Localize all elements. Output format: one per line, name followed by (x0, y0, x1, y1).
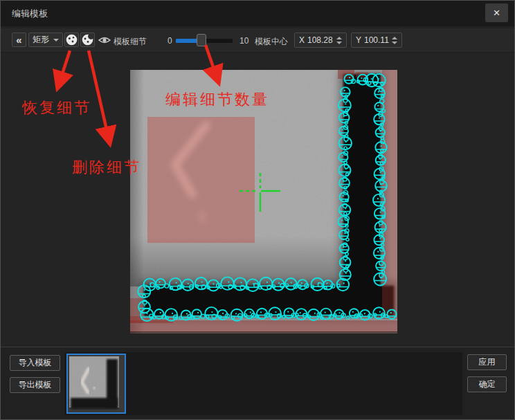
center-x-spinner[interactable]: X 108.28 (294, 33, 347, 48)
restore-detail-icon (65, 33, 78, 46)
chevron-up-icon[interactable] (392, 37, 397, 39)
eye-icon (98, 35, 111, 45)
slider-thumb[interactable] (197, 34, 206, 46)
chevron-down-icon[interactable] (392, 42, 397, 44)
visibility-toggle[interactable] (98, 35, 111, 46)
center-label: 模板中心 (255, 36, 288, 48)
detail-slider[interactable] (176, 38, 233, 44)
toolbar: « 矩形 模 (1, 28, 514, 53)
chevron-down-icon (53, 39, 59, 42)
shape-select-value: 矩形 (33, 34, 49, 46)
delete-detail-button[interactable] (80, 33, 95, 47)
spinner-arrows[interactable] (392, 37, 397, 44)
template-thumbnail-image (68, 355, 125, 412)
collapse-panel-button[interactable]: « (12, 33, 26, 47)
import-template-button[interactable]: 导入模板 (10, 355, 60, 371)
close-icon: × (494, 6, 500, 19)
restore-detail-button[interactable] (64, 33, 79, 47)
dialog-title: 编辑模板 (12, 8, 48, 20)
ok-button[interactable]: 确定 (467, 376, 507, 392)
export-template-button[interactable]: 导出模板 (10, 377, 60, 393)
detail-max-label: 10 (240, 36, 249, 46)
template-region-overlay[interactable] (147, 117, 255, 243)
center-y-value: 100.11 (364, 35, 389, 45)
template-thumbnail[interactable] (66, 354, 126, 414)
shape-select[interactable]: 矩形 (28, 33, 63, 47)
chevron-down-icon[interactable] (336, 42, 342, 44)
double-chevron-left-icon: « (16, 34, 21, 46)
annotation-restore-detail: 恢复细节 (22, 98, 91, 118)
spinner-arrows[interactable] (336, 37, 342, 44)
chevron-up-icon[interactable] (336, 37, 342, 39)
close-button[interactable]: × (485, 3, 508, 22)
edit-template-dialog: 编辑模板 × « 矩形 (0, 0, 515, 420)
bottom-bar: 导入模板 导出模板 应用 确定 (1, 347, 514, 420)
delete-detail-icon (81, 33, 94, 46)
titlebar: 编辑模板 × (1, 1, 514, 26)
template-list-panel (64, 352, 462, 415)
annotation-edit-detail-count: 编辑细节数量 (165, 89, 269, 110)
center-y-spinner[interactable]: Y 100.11 (351, 33, 402, 48)
center-x-prefix: X (299, 35, 305, 45)
center-x-value: 108.28 (307, 35, 333, 45)
apply-button[interactable]: 应用 (467, 354, 507, 370)
detail-min-label: 0 (168, 36, 172, 46)
center-y-prefix: Y (356, 35, 361, 45)
annotation-delete-detail: 删除细节 (72, 157, 141, 178)
detail-label: 模板细节 (114, 36, 147, 48)
